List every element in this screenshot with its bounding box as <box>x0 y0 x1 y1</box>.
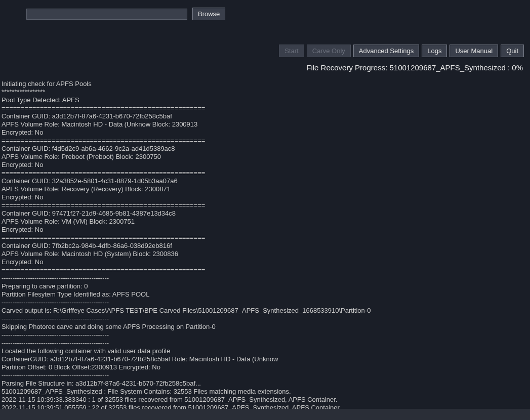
status-bar <box>0 409 530 420</box>
progress-label: File Recovery Progress: 51001209687_APFS… <box>5 63 525 72</box>
logs-button[interactable]: Logs <box>422 45 447 57</box>
user-manual-button[interactable]: User Manual <box>450 45 498 57</box>
top-panel: Browse Start Carve Only Advanced Setting… <box>0 8 530 77</box>
path-input[interactable] <box>26 9 187 20</box>
action-button-row: Start Carve Only Advanced Settings Logs … <box>5 45 525 57</box>
quit-button[interactable]: Quit <box>501 45 524 57</box>
carve-only-button[interactable]: Carve Only <box>307 45 351 57</box>
start-button[interactable]: Start <box>279 45 304 57</box>
path-input-row: Browse <box>26 8 525 20</box>
browse-button[interactable]: Browse <box>192 8 225 20</box>
log-output: Initiating check for APFS Pools ********… <box>0 80 530 412</box>
advanced-settings-button[interactable]: Advanced Settings <box>353 45 419 57</box>
